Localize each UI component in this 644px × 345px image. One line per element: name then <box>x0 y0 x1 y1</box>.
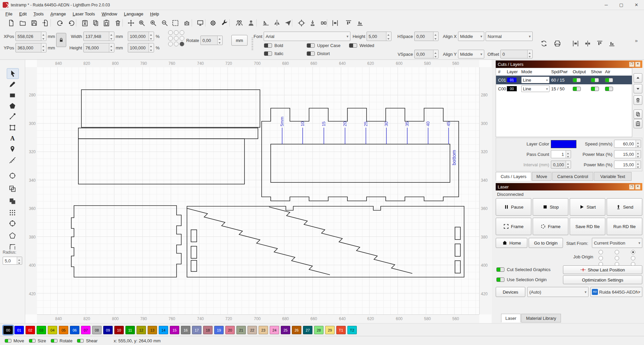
shear-status-toggle[interactable]: Shear <box>77 338 98 343</box>
print-icon[interactable] <box>553 39 562 48</box>
paste-icon[interactable] <box>102 18 111 27</box>
panel-close-icon[interactable]: ✕ <box>635 184 640 189</box>
zoom-to-page-icon[interactable] <box>137 18 146 27</box>
paste-layer-button[interactable] <box>634 119 642 128</box>
palette-swatch-03[interactable]: 03 <box>37 326 46 334</box>
anchor-dot[interactable] <box>174 30 179 35</box>
palette-swatch-01[interactable]: 01 <box>14 326 24 334</box>
run-rd-button[interactable]: Run RD file <box>607 218 642 235</box>
layer-color-chip[interactable]: 01 <box>507 77 517 83</box>
grid-array-tool[interactable] <box>7 208 18 218</box>
frame-circle-button[interactable]: Frame <box>533 218 568 235</box>
palette-swatch-20[interactable]: 20 <box>225 326 235 334</box>
radius-field[interactable]: 5,0 <box>3 257 22 265</box>
copy-layer-button[interactable] <box>634 110 642 119</box>
rotate-status-toggle[interactable]: Rotate <box>51 338 72 343</box>
italic-toggle[interactable]: Italic <box>264 51 283 56</box>
palette-swatch-22[interactable]: 22 <box>248 326 257 334</box>
machine-settings-icon[interactable] <box>220 18 229 27</box>
tab-move[interactable]: Move <box>532 172 552 181</box>
polygon-tool[interactable] <box>7 101 18 111</box>
palette-swatch-02[interactable]: 02 <box>26 326 35 334</box>
send-button[interactable]: Send <box>607 198 642 216</box>
offset-field[interactable]: 0 <box>500 50 533 58</box>
device-auto-combo[interactable]: (Auto) <box>527 287 589 297</box>
panel-close-icon[interactable]: ✕ <box>635 62 640 67</box>
palette-swatch-04[interactable]: 04 <box>48 326 57 334</box>
height-field[interactable]: 76,000 <box>83 43 114 52</box>
anchor-dot[interactable] <box>168 36 173 41</box>
undo-icon[interactable] <box>55 18 64 27</box>
upper-case-toggle[interactable]: Upper Case <box>307 43 340 48</box>
distort-anchor-grid[interactable] <box>168 30 184 47</box>
lock-aspect-button[interactable] <box>56 33 66 47</box>
file-save-icon[interactable] <box>30 18 38 27</box>
optimization-settings-button[interactable]: Optimization Settings <box>563 275 642 284</box>
height-percent-field[interactable]: 100,000 <box>128 43 154 52</box>
font-height-field[interactable]: 5,00 <box>367 32 391 41</box>
output-toggle[interactable] <box>573 78 581 82</box>
show-last-position-button[interactable]: Show Last Position <box>563 265 642 274</box>
menu-tools[interactable]: Tools <box>30 11 47 17</box>
measure-tool[interactable] <box>7 155 18 165</box>
mirror-text-icon[interactable] <box>272 18 281 27</box>
canvas-drawing[interactable]: 5mm1015202530354045bottom <box>37 67 479 314</box>
ypos-field[interactable]: 363,000 <box>15 43 46 52</box>
palette-swatch-15[interactable]: 15 <box>170 326 179 334</box>
welded-toggle[interactable]: Welded <box>349 43 374 48</box>
anchor-dot[interactable] <box>180 36 184 41</box>
anchor-dot[interactable] <box>180 42 184 46</box>
minimize-icon[interactable]: ─ <box>599 0 614 10</box>
file-new-icon[interactable] <box>7 18 15 27</box>
palette-swatch-21[interactable]: 21 <box>236 326 246 334</box>
flip-vertical-icon[interactable] <box>261 18 270 27</box>
tab-cuts-layers[interactable]: Cuts / Layers <box>496 172 531 181</box>
move-laser-icon[interactable] <box>308 18 317 27</box>
start-button[interactable]: Start <box>570 198 605 216</box>
speed-field[interactable]: 60,00 <box>614 140 641 148</box>
palette-swatch-17[interactable]: 17 <box>192 326 201 334</box>
maximize-icon[interactable]: ▢ <box>614 0 629 10</box>
size-status-toggle[interactable]: Size <box>29 338 46 343</box>
distribute-horizontal-icon[interactable] <box>331 18 339 27</box>
palette-swatch-28[interactable]: 28 <box>314 326 324 334</box>
rectangle-tool[interactable] <box>7 90 18 100</box>
palette-swatch-07[interactable]: 07 <box>81 326 90 334</box>
xpos-field[interactable]: 558,026 <box>15 32 46 41</box>
layer-mode-combo[interactable]: Line <box>521 85 550 92</box>
cuts-layers-panel-header[interactable]: Cuts / Layers ❐✕ <box>496 60 642 68</box>
palette-swatch-18[interactable]: 18 <box>203 326 213 334</box>
device-select-combo[interactable]: RD Ruida 6445G-AEON <box>591 287 642 297</box>
laser-panel-header[interactable]: Laser ❐✕ <box>496 183 642 190</box>
rotate-field[interactable]: 0,00 <box>200 36 223 45</box>
tab-camera-control[interactable]: Camera Control <box>552 172 593 181</box>
palette-swatch-09[interactable]: 09 <box>103 326 113 334</box>
menu-edit[interactable]: Edit <box>16 11 30 17</box>
power-max-field[interactable]: 15,00 <box>614 150 641 158</box>
edit-nodes-tool[interactable] <box>7 112 18 122</box>
palette-swatch-08[interactable]: 08 <box>92 326 102 334</box>
air-toggle[interactable] <box>605 78 613 82</box>
send-file-icon[interactable] <box>283 18 292 27</box>
palette-swatch-14[interactable]: 14 <box>159 326 168 334</box>
start-from-combo[interactable]: Current Position <box>592 238 642 248</box>
align-bottom-icon[interactable] <box>355 18 364 27</box>
copy-icon[interactable] <box>91 18 100 27</box>
goto-origin-button[interactable]: Go to Origin <box>529 238 563 248</box>
palette-swatch-19[interactable]: 19 <box>214 326 224 334</box>
distribute-horizontal-icon[interactable] <box>571 39 580 48</box>
palette-swatch-T2[interactable]: T2 <box>347 326 357 334</box>
tab-variable-text[interactable]: Variable Text <box>594 172 632 181</box>
home-button[interactable]: Home <box>496 238 527 248</box>
frame-selection-icon[interactable] <box>171 18 180 27</box>
distort-toggle[interactable]: Distort <box>307 51 330 56</box>
output-toggle[interactable] <box>573 87 581 91</box>
account-icon[interactable] <box>247 18 255 27</box>
palette-swatch-11[interactable]: 11 <box>125 326 135 334</box>
vspace-field[interactable]: 0,00 <box>414 50 439 58</box>
zoom-out-icon[interactable] <box>160 18 169 27</box>
devices-button[interactable]: Devices <box>496 287 525 297</box>
shape-handles-tool[interactable] <box>7 123 18 133</box>
font-style-combo[interactable]: Normal <box>486 32 533 41</box>
align-bottom-icon[interactable] <box>607 39 616 48</box>
